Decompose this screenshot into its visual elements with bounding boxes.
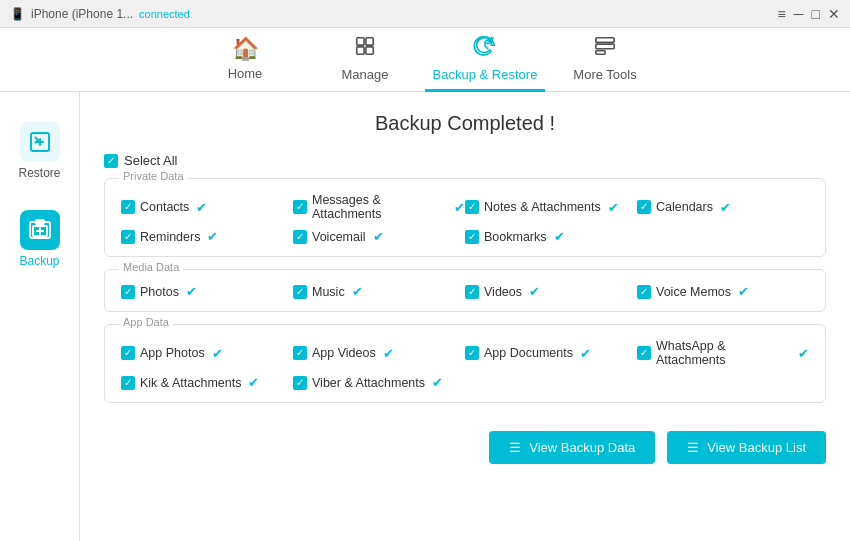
- photos-checkbox[interactable]: [121, 285, 135, 299]
- sidebar-restore-label: Restore: [18, 166, 60, 180]
- list-item: Bookmarks ✔: [465, 229, 637, 244]
- voicemail-verified-icon: ✔: [373, 229, 384, 244]
- contacts-checkbox[interactable]: [121, 200, 135, 214]
- media-data-items: Photos ✔ Music ✔ Videos ✔ Voice Memos ✔: [121, 284, 809, 299]
- app-videos-checkbox[interactable]: [293, 346, 307, 360]
- sidebar: Restore Backup: [0, 92, 80, 541]
- list-item: Voice Memos ✔: [637, 284, 809, 299]
- list-item: App Documents ✔: [465, 339, 637, 367]
- section-media-label: Media Data: [119, 261, 183, 273]
- contacts-label: Contacts: [140, 200, 189, 214]
- reminders-checkbox[interactable]: [121, 230, 135, 244]
- bookmarks-checkbox[interactable]: [465, 230, 479, 244]
- view-backup-list-button[interactable]: ☰ View Backup List: [667, 431, 826, 464]
- voice-memos-verified-icon: ✔: [738, 284, 749, 299]
- private-data-items: Contacts ✔ Messages & Attachments ✔ Note…: [121, 193, 809, 244]
- svg-rect-4: [596, 37, 614, 42]
- videos-label: Videos: [484, 285, 522, 299]
- svg-rect-2: [357, 46, 364, 53]
- kik-verified-icon: ✔: [248, 375, 259, 390]
- view-backup-data-label: View Backup Data: [529, 440, 635, 455]
- app-photos-label: App Photos: [140, 346, 205, 360]
- window-controls[interactable]: ≡ ─ □ ✕: [777, 6, 840, 22]
- section-app-data: App Data App Photos ✔ App Videos ✔ App D…: [104, 324, 826, 403]
- select-all-row: Select All: [104, 153, 826, 168]
- section-private-label: Private Data: [119, 170, 188, 182]
- messages-label: Messages & Attachments: [312, 193, 447, 221]
- whatsapp-verified-icon: ✔: [798, 346, 809, 361]
- calendars-checkbox[interactable]: [637, 200, 651, 214]
- messages-checkbox[interactable]: [293, 200, 307, 214]
- restore-icon: [20, 122, 60, 162]
- view-backup-data-button[interactable]: ☰ View Backup Data: [489, 431, 655, 464]
- empty-cell: [637, 229, 809, 244]
- nav-manage-label: Manage: [342, 67, 389, 82]
- photos-verified-icon: ✔: [186, 284, 197, 299]
- titlebar-left: 📱 iPhone (iPhone 1... connected: [10, 7, 190, 21]
- notes-checkbox[interactable]: [465, 200, 479, 214]
- app-data-items: App Photos ✔ App Videos ✔ App Documents …: [121, 339, 809, 390]
- videos-checkbox[interactable]: [465, 285, 479, 299]
- notes-verified-icon: ✔: [608, 200, 619, 215]
- svg-rect-3: [366, 46, 373, 53]
- section-media-data: Media Data Photos ✔ Music ✔ Videos ✔: [104, 269, 826, 312]
- view-backup-list-label: View Backup List: [707, 440, 806, 455]
- nav-home-label: Home: [228, 66, 263, 81]
- list-item: App Photos ✔: [121, 339, 293, 367]
- nav-backup-restore[interactable]: Backup & Restore: [425, 28, 545, 92]
- svg-rect-1: [366, 37, 373, 44]
- music-checkbox[interactable]: [293, 285, 307, 299]
- select-all-checkbox[interactable]: [104, 154, 118, 168]
- kik-checkbox[interactable]: [121, 376, 135, 390]
- list-item: Reminders ✔: [121, 229, 293, 244]
- kik-label: Kik & Attachments: [140, 376, 241, 390]
- sidebar-backup[interactable]: Backup: [5, 200, 75, 278]
- close-icon[interactable]: ✕: [828, 6, 840, 22]
- messages-verified-icon: ✔: [454, 200, 465, 215]
- list-item: Voicemail ✔: [293, 229, 465, 244]
- app-documents-checkbox[interactable]: [465, 346, 479, 360]
- app-documents-label: App Documents: [484, 346, 573, 360]
- list-item: Kik & Attachments ✔: [121, 375, 293, 390]
- sidebar-backup-label: Backup: [19, 254, 59, 268]
- svg-rect-6: [596, 50, 605, 54]
- app-videos-label: App Videos: [312, 346, 376, 360]
- viber-checkbox[interactable]: [293, 376, 307, 390]
- manage-icon: [354, 35, 376, 63]
- whatsapp-checkbox[interactable]: [637, 346, 651, 360]
- nav-manage[interactable]: Manage: [305, 28, 425, 92]
- app-documents-verified-icon: ✔: [580, 346, 591, 361]
- app-photos-verified-icon: ✔: [212, 346, 223, 361]
- menu-icon[interactable]: ≡: [777, 6, 785, 22]
- titlebar: 📱 iPhone (iPhone 1... connected ≡ ─ □ ✕: [0, 0, 850, 28]
- viber-label: Viber & Attachments: [312, 376, 425, 390]
- iphone-icon: 📱: [10, 7, 25, 21]
- contacts-verified-icon: ✔: [196, 200, 207, 215]
- list-item: Viber & Attachments ✔: [293, 375, 465, 390]
- maximize-icon[interactable]: □: [812, 6, 820, 22]
- notes-label: Notes & Attachments: [484, 200, 601, 214]
- nav-backup-restore-label: Backup & Restore: [433, 67, 538, 82]
- sidebar-restore[interactable]: Restore: [5, 112, 75, 190]
- app-photos-checkbox[interactable]: [121, 346, 135, 360]
- home-icon: 🏠: [232, 36, 259, 62]
- nav-home[interactable]: 🏠 Home: [185, 28, 305, 92]
- device-name: iPhone (iPhone 1...: [31, 7, 133, 21]
- voice-memos-checkbox[interactable]: [637, 285, 651, 299]
- bookmarks-label: Bookmarks: [484, 230, 547, 244]
- section-private-data: Private Data Contacts ✔ Messages & Attac…: [104, 178, 826, 257]
- connection-status: connected: [139, 8, 190, 20]
- main-layout: Restore Backup Backup Completed ! Select…: [0, 92, 850, 541]
- music-verified-icon: ✔: [352, 284, 363, 299]
- more-tools-icon: [594, 35, 616, 63]
- reminders-label: Reminders: [140, 230, 200, 244]
- nav-more-tools[interactable]: More Tools: [545, 28, 665, 92]
- minimize-icon[interactable]: ─: [794, 6, 804, 22]
- view-backup-data-icon: ☰: [509, 440, 521, 455]
- voicemail-checkbox[interactable]: [293, 230, 307, 244]
- list-item: Videos ✔: [465, 284, 637, 299]
- list-item: Messages & Attachments ✔: [293, 193, 465, 221]
- backup-restore-icon: [473, 35, 497, 63]
- music-label: Music: [312, 285, 345, 299]
- list-item: App Videos ✔: [293, 339, 465, 367]
